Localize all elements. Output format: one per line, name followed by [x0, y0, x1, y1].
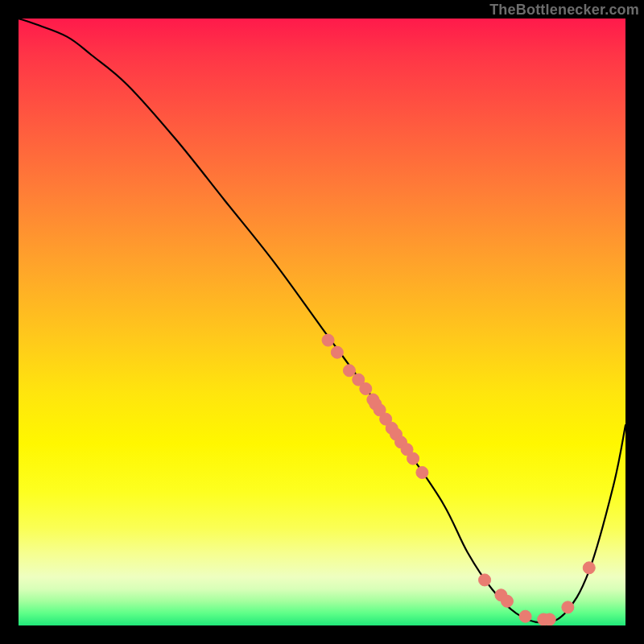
- data-point: [519, 610, 531, 622]
- data-point: [543, 613, 555, 625]
- data-point: [343, 365, 355, 377]
- data-markers: [322, 334, 595, 625]
- plot-area: [19, 19, 625, 625]
- data-point: [360, 382, 372, 394]
- watermark-text: TheBottlenecker.com: [489, 2, 639, 19]
- data-point: [562, 601, 574, 613]
- data-point: [501, 595, 513, 607]
- data-point: [583, 562, 595, 574]
- data-point: [331, 346, 343, 358]
- data-point: [479, 574, 491, 586]
- data-point: [416, 466, 428, 478]
- bottleneck-curve: [19, 19, 625, 622]
- data-point: [407, 452, 419, 464]
- data-point: [322, 334, 334, 346]
- chart-stage: TheBottlenecker.com: [0, 0, 644, 644]
- curve-layer: [19, 19, 625, 625]
